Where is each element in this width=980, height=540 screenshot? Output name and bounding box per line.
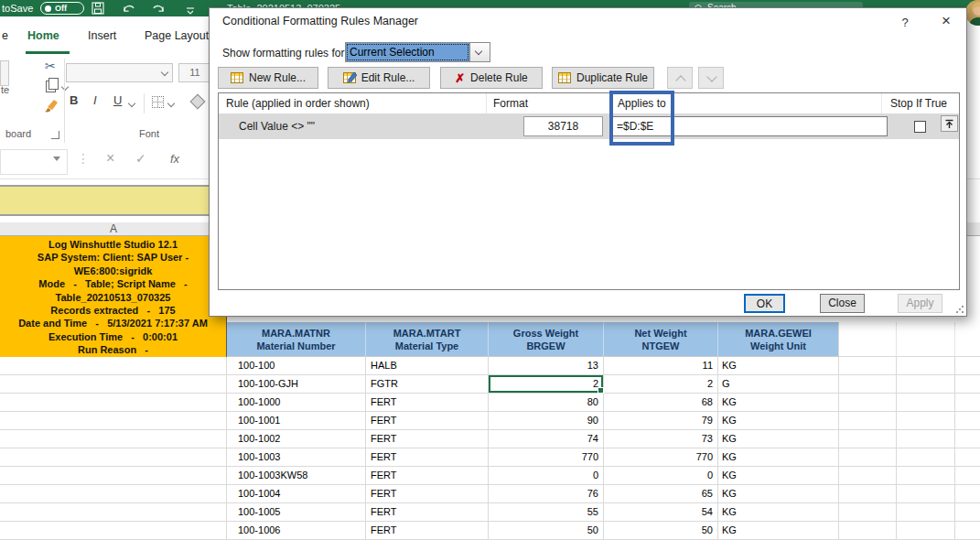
table-cell[interactable] [897,448,955,467]
table-cell[interactable] [955,412,980,430]
redo-icon[interactable] [152,2,165,15]
table-cell[interactable] [897,375,955,394]
table-cell[interactable]: 50 [604,522,718,540]
column-header-cell[interactable]: Gross WeightBRGEW [489,322,604,357]
column-header-cell[interactable]: MARA.GEWEIWeight Unit [718,322,839,357]
table-cell[interactable]: FERT [366,467,489,485]
collapse-dialog-button[interactable] [941,115,958,132]
paste-button-fragment[interactable] [0,60,9,86]
cell-col-a[interactable] [0,467,227,485]
fill-handle[interactable] [598,387,604,394]
table-cell[interactable]: 100-1001 [227,412,366,430]
table-cell[interactable] [839,357,897,375]
applies-to-input[interactable]: =$D:$E [611,116,888,136]
cell-col-a[interactable] [0,357,227,375]
table-cell[interactable]: FERT [366,430,489,448]
table-cell[interactable]: 100-1003KW58 [227,467,366,485]
apply-button[interactable]: Apply [898,294,942,313]
table-cell[interactable] [897,522,955,540]
table-cell[interactable]: 50 [489,522,604,540]
log-cell[interactable]: Log Winshuttle Studio 12.1SAP System: Cl… [0,236,227,357]
table-cell[interactable]: 80 [489,394,604,412]
table-cell[interactable]: G [718,375,839,394]
table-cell[interactable]: 100-1003 [227,448,366,467]
table-cell[interactable]: 68 [604,394,718,412]
table-cell[interactable] [897,357,955,375]
table-cell[interactable] [839,522,897,540]
cell-col-a[interactable] [0,485,227,503]
table-cell[interactable]: 76 [489,485,604,503]
fill-color-icon[interactable] [190,94,206,110]
scope-value[interactable]: Current Selection [346,43,469,61]
table-cell[interactable] [955,503,980,522]
scope-dropdown-button[interactable] [469,43,490,61]
cell-col-a[interactable] [0,394,227,412]
table-cell[interactable] [897,412,955,430]
format-painter-icon[interactable] [43,99,59,117]
table-cell[interactable] [955,394,980,412]
name-box-dropdown-icon[interactable] [53,157,60,161]
file-tab-fragment[interactable]: e [2,29,8,42]
cell-col-a[interactable] [0,503,227,522]
tab-home[interactable]: Home [27,29,59,42]
table-cell[interactable] [897,394,955,412]
autosave-toggle[interactable]: Off [40,2,84,15]
table-cell[interactable] [897,485,955,503]
table-cell[interactable] [955,448,980,467]
dialog-help-button[interactable]: ? [898,16,912,29]
table-cell[interactable]: FERT [366,394,489,412]
account-avatar[interactable] [965,0,980,26]
customize-toolbar-icon[interactable] [186,4,199,16]
undo-icon[interactable] [122,2,135,15]
table-cell[interactable]: 54 [604,503,718,522]
table-cell[interactable]: 0 [604,467,718,485]
stop-if-true-checkbox[interactable] [914,121,926,133]
table-cell[interactable]: 100-1004 [227,485,366,503]
table-cell[interactable] [955,357,980,375]
duplicate-rule-button[interactable]: Duplicate Rule [552,67,654,89]
scope-combobox[interactable]: Current Selection [345,42,490,62]
table-cell[interactable]: FERT [366,503,489,522]
table-cell[interactable] [897,430,955,448]
table-cell[interactable]: KG [718,522,839,540]
table-cell[interactable] [955,522,980,540]
table-cell[interactable]: 79 [604,412,718,430]
column-header-cell[interactable]: MARA.MTARTMaterial Type [366,322,489,357]
underline-dropdown-icon[interactable] [128,100,135,107]
formula-bar-grip[interactable]: ⋮ [77,151,90,166]
table-cell[interactable]: 0 [489,467,604,485]
borders-dropdown-icon[interactable] [167,100,175,107]
table-cell[interactable] [839,448,897,467]
font-name-select[interactable] [66,63,173,82]
borders-button[interactable] [152,96,164,108]
table-cell[interactable]: 2 [489,375,604,394]
move-rule-down-button[interactable] [698,67,724,89]
column-header-cell[interactable]: Net WeightNTGEW [604,322,718,357]
table-cell[interactable]: FERT [366,412,489,430]
table-cell[interactable]: 100-1002 [227,430,366,448]
cut-icon[interactable]: ✂ [45,59,56,73]
table-cell[interactable]: KG [718,357,839,375]
table-cell[interactable]: 100-100 [227,357,366,375]
underline-button[interactable]: U [113,93,122,107]
font-size-select[interactable]: 11 [178,63,211,82]
table-cell[interactable] [897,467,955,485]
bold-button[interactable]: B [70,93,78,107]
table-cell[interactable]: FERT [366,485,489,503]
cell-col-a[interactable] [0,430,227,448]
confirm-entry-icon[interactable]: ✓ [135,151,146,166]
table-cell[interactable] [955,430,980,448]
new-rule-button[interactable]: New Rule... [218,67,318,89]
table-cell[interactable] [955,375,980,394]
cell-col-a[interactable] [0,522,227,540]
table-cell[interactable] [839,503,897,522]
table-cell[interactable]: 100-1000 [227,394,366,412]
table-cell[interactable]: 55 [489,503,604,522]
table-cell[interactable]: 770 [604,448,718,467]
table-cell[interactable]: KG [718,448,839,467]
dialog-close-icon[interactable]: × [937,12,955,30]
table-cell[interactable]: 65 [604,485,718,503]
table-cell[interactable] [839,467,897,485]
table-cell[interactable]: KG [718,412,839,430]
italic-button[interactable]: I [93,93,97,107]
